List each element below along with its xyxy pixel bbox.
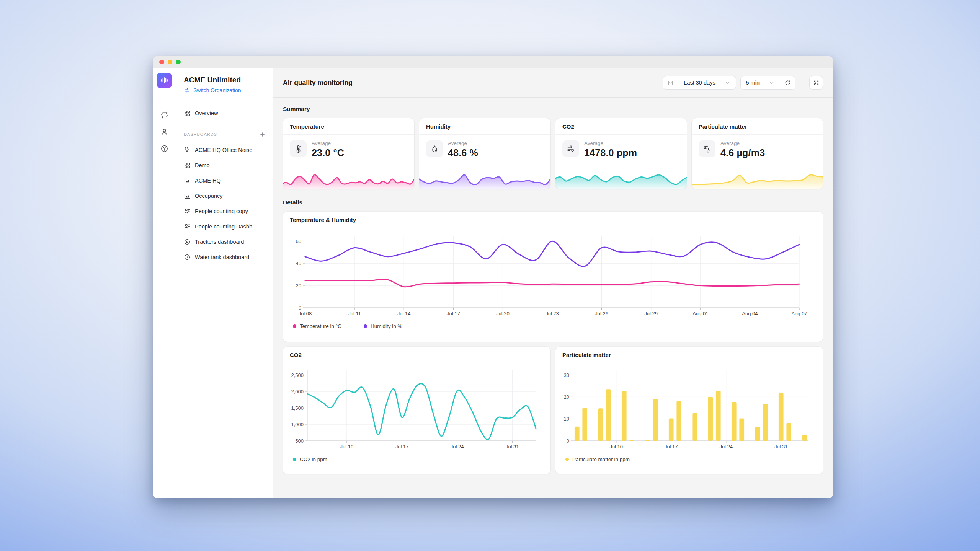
legend-item-temperature[interactable]: Temperature in °C [293,323,341,329]
particulate-matter-sparkline [692,171,823,189]
time-range-control: Last 30 days [663,76,736,90]
switch-organization-label: Switch Organization [193,87,241,93]
svg-text:2,000: 2,000 [291,389,304,395]
sidebar-item-label: Overview [195,110,218,116]
svg-text:Jul 23: Jul 23 [546,311,559,316]
card-title: Humidity [419,118,550,135]
time-range-value: Last 30 days [684,80,715,86]
sidebar-item-label: Occupancy [195,193,223,199]
card-title: Particulate matter [692,118,823,135]
gauge-icon [184,254,191,261]
card-title: CO2 [283,347,550,363]
sidebar-item-trackers-dashboard[interactable]: Trackers dashboard [184,234,266,249]
organization-name: ACME Unlimited [184,76,266,84]
svg-text:Aug 04: Aug 04 [742,311,758,316]
maximize-window-button[interactable] [176,60,181,65]
wind-icon [562,140,579,157]
particles-icon [699,140,715,157]
area-chart-icon [184,192,191,199]
interval-select[interactable]: 5 min [741,76,780,89]
svg-text:0: 0 [299,305,301,311]
sidebar-item-label: ACME HQ Office Noise [195,147,252,153]
people-icon [184,208,191,215]
svg-text:Aug 07: Aug 07 [791,311,807,316]
chart-legend: CO2 in ppm [283,452,550,462]
average-value: 23.0 °C [312,147,344,158]
svg-text:500: 500 [295,438,304,444]
refresh-icon [784,80,791,86]
legend-dot [293,324,296,328]
main-area: Air quality monitoring Last 30 days [273,68,833,498]
svg-text:Jul 29: Jul 29 [644,311,658,316]
switch-organization-link[interactable]: Switch Organization [184,87,241,93]
svg-text:Jul 20: Jul 20 [496,311,510,316]
soundwave-logo-icon [160,76,169,85]
sidebar-item-people-counting-copy[interactable]: People counting copy [184,204,266,219]
chart-legend: Temperature in °C Humidity in % [283,319,823,329]
dashboards-list: ACME HQ Office Noise Demo [184,142,266,265]
interval-control: 5 min [740,76,795,90]
repeat-icon[interactable] [159,109,170,120]
legend-item-particulate-matter[interactable]: Particulate matter in ppm [565,456,630,462]
temperature-humidity-chart: 0204060Jul 08Jul 11Jul 14Jul 17Jul 20Jul… [286,230,819,319]
legend-label: Humidity in % [371,323,402,329]
summary-card-temperature: Temperature Average [283,118,414,189]
sidebar-item-acme-hq-office-noise[interactable]: ACME HQ Office Noise [184,142,266,158]
sidebar-item-demo[interactable]: Demo [184,158,266,173]
average-label: Average [448,140,478,146]
minimize-window-button[interactable] [168,60,173,65]
icon-rail [153,68,176,498]
legend-dot [293,458,296,461]
user-icon[interactable] [159,126,170,137]
add-dashboard-button[interactable] [258,130,266,139]
svg-text:Jul 31: Jul 31 [506,444,519,450]
svg-text:Jul 08: Jul 08 [299,311,312,316]
sidebar: ACME Unlimited Switch Organization Over [176,68,273,498]
average-label: Average [312,140,344,146]
svg-text:Jul 14: Jul 14 [397,311,411,316]
chevron-down-icon [769,80,774,86]
sidebar-item-people-counting-dashboard[interactable]: People counting Dashb... [184,219,266,234]
svg-text:1,000: 1,000 [291,422,304,427]
svg-text:1,500: 1,500 [291,405,304,411]
app-logo[interactable] [157,73,172,88]
legend-item-co2[interactable]: CO2 in ppm [293,456,327,462]
average-value: 1478.0 ppm [584,147,637,158]
sidebar-item-acme-hq[interactable]: ACME HQ [184,173,266,188]
date-range-icon-button[interactable] [663,76,678,89]
sidebar-item-water-tank-dashboard[interactable]: Water tank dashboard [184,249,266,265]
sidebar-item-label: People counting copy [195,208,248,214]
noise-icon [184,147,191,153]
help-icon[interactable] [159,143,170,154]
svg-text:2,500: 2,500 [291,372,304,378]
app-body: ACME Unlimited Switch Organization Over [153,68,833,498]
humidity-sparkline [419,171,550,189]
time-range-select[interactable]: Last 30 days [678,76,735,89]
close-window-button[interactable] [159,60,164,65]
refresh-button[interactable] [780,76,795,89]
sidebar-item-occupancy[interactable]: Occupancy [184,188,266,204]
legend-item-humidity[interactable]: Humidity in % [364,323,402,329]
average-label: Average [584,140,637,146]
svg-text:Jul 11: Jul 11 [348,311,361,316]
svg-text:60: 60 [296,238,301,244]
people-icon [184,223,191,230]
svg-text:20: 20 [564,394,569,400]
co2-chart: 5001,0001,5002,0002,500Jul 10Jul 17Jul 2… [285,365,546,452]
svg-text:Aug 01: Aug 01 [693,311,708,316]
thermometer-icon [290,140,307,157]
svg-text:Jul 26: Jul 26 [595,311,608,316]
details-heading: Details [283,199,823,206]
sidebar-item-label: People counting Dashb... [195,223,257,230]
card-title: Temperature & Humidity [283,212,823,228]
average-label: Average [720,140,765,146]
area-chart-icon [184,177,191,184]
legend-label: CO2 in ppm [300,456,327,462]
sidebar-item-overview[interactable]: Overview [184,106,266,121]
temperature-humidity-chart-card: Temperature & Humidity 0204060Jul 08Jul … [283,212,823,342]
fullscreen-button[interactable] [809,76,823,90]
co2-sparkline [555,171,687,189]
interval-value: 5 min [746,80,760,86]
legend-label: Temperature in °C [300,323,341,329]
grid-icon [184,162,191,169]
